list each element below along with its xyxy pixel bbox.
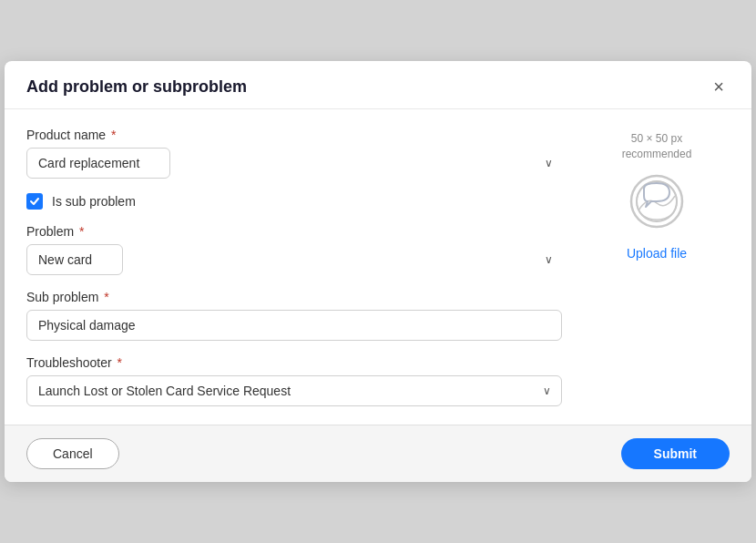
dialog-title: Add problem or subproblem: [26, 77, 247, 97]
troubleshooter-label: Troubleshooter *: [26, 355, 562, 370]
product-name-select-wrapper: Card replacement: [26, 148, 562, 179]
problem-select[interactable]: New card: [26, 244, 123, 275]
close-button[interactable]: ×: [708, 76, 730, 97]
troubleshooter-required-star: *: [114, 355, 122, 370]
troubleshooter-group: Troubleshooter * Launch Lost or Stolen C…: [26, 355, 562, 406]
is-sub-problem-checkbox[interactable]: [26, 193, 43, 210]
problem-select-wrapper: New card: [26, 244, 562, 275]
product-name-label: Product name *: [26, 128, 562, 142]
upload-section: 50 × 50 px recommended Upload file: [584, 128, 730, 406]
image-placeholder: [625, 169, 689, 233]
troubleshooter-select[interactable]: Launch Lost or Stolen Card Service Reque…: [26, 375, 562, 406]
dialog-footer: Cancel Submit: [5, 425, 751, 482]
upload-hint: 50 × 50 px recommended: [622, 131, 692, 162]
submit-button[interactable]: Submit: [621, 438, 730, 469]
is-sub-problem-label: Is sub problem: [52, 194, 136, 209]
close-icon: ×: [713, 77, 724, 97]
troubleshooter-select-wrapper: Launch Lost or Stolen Card Service Reque…: [26, 375, 562, 406]
dialog-body: Product name * Card replacement: [5, 109, 751, 425]
problem-required-star: *: [76, 224, 84, 239]
sub-problem-required-star: *: [100, 290, 108, 304]
form-section: Product name * Card replacement: [26, 128, 562, 406]
sub-problem-group: Sub problem *: [26, 290, 562, 341]
checkmark-icon: [29, 196, 40, 207]
upload-file-link[interactable]: Upload file: [627, 246, 687, 261]
product-name-select[interactable]: Card replacement: [26, 148, 170, 179]
dialog: Add problem or subproblem × Product name…: [5, 61, 751, 482]
problem-group: Problem * New card: [26, 224, 562, 275]
required-star: *: [107, 128, 116, 142]
product-name-group: Product name * Card replacement: [26, 128, 562, 179]
dialog-overlay: Add problem or subproblem × Product name…: [0, 0, 756, 543]
is-sub-problem-row: Is sub problem: [26, 193, 562, 210]
placeholder-icon: [626, 170, 688, 232]
problem-label: Problem *: [26, 224, 562, 239]
sub-problem-label: Sub problem *: [26, 290, 562, 304]
dialog-header: Add problem or subproblem ×: [5, 61, 751, 109]
sub-problem-input[interactable]: [26, 310, 562, 341]
cancel-button[interactable]: Cancel: [26, 438, 119, 469]
